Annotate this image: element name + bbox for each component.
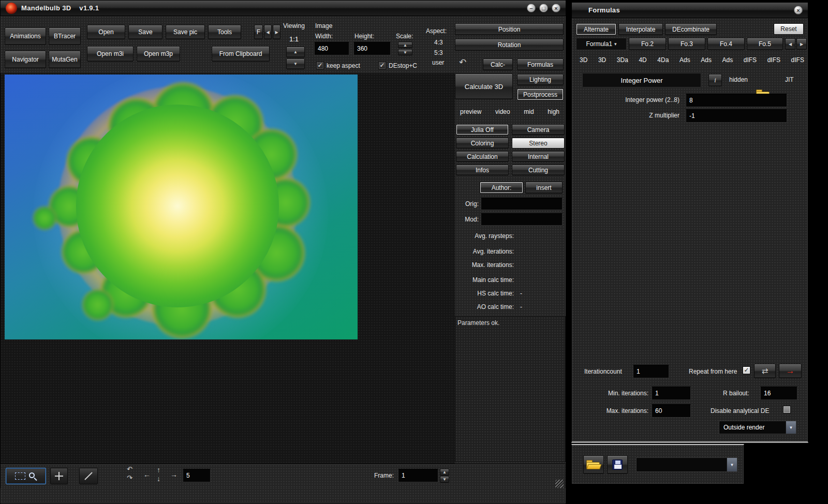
aspect-option-53[interactable]: 5:3: [434, 49, 443, 56]
load-preset-button[interactable]: [583, 455, 604, 474]
preset-dropdown[interactable]: ▼: [636, 457, 737, 472]
apply-button[interactable]: →: [779, 364, 802, 378]
r-bailout-input[interactable]: [760, 387, 797, 400]
type-tab[interactable]: 3Da: [616, 55, 629, 65]
panel-next-button[interactable]: ▶: [273, 25, 280, 39]
line-tool-button[interactable]: [79, 468, 98, 484]
rotate-ccw-icon[interactable]: ↶: [127, 465, 132, 473]
from-clipboard-button[interactable]: From Clipboard: [212, 46, 270, 62]
open-button[interactable]: Open: [87, 25, 125, 39]
type-tab[interactable]: dIFS: [743, 55, 757, 65]
destop-checkbox[interactable]: ✓: [378, 62, 386, 69]
repeat-checkbox[interactable]: ✓: [743, 366, 750, 374]
reset-button[interactable]: Reset: [774, 23, 804, 35]
slot-prev-button[interactable]: ◀: [785, 38, 795, 50]
frame-up-button[interactable]: ▲: [440, 469, 449, 476]
close-button[interactable]: ×: [552, 4, 560, 12]
panel-prev-button[interactable]: ◀: [264, 25, 272, 39]
tools-button[interactable]: Tools: [208, 25, 241, 39]
pan-right-icon[interactable]: →: [170, 470, 178, 479]
insert-button[interactable]: insert: [525, 182, 563, 194]
calculate-3d-button[interactable]: Calculate 3D: [455, 73, 513, 99]
open-m3p-button[interactable]: Open m3p: [137, 46, 180, 62]
height-input[interactable]: [353, 42, 391, 55]
calc-button[interactable]: Calc-: [483, 58, 513, 70]
lighting-button[interactable]: Lighting: [517, 74, 564, 85]
undo-icon[interactable]: ↶: [459, 57, 466, 68]
frame-input[interactable]: [398, 469, 438, 482]
animations-button[interactable]: Animations: [5, 27, 46, 45]
formulas-button[interactable]: Formulas: [517, 58, 564, 70]
type-tab[interactable]: 3D: [598, 55, 607, 65]
max-iterations-input[interactable]: [652, 404, 691, 418]
open-m3i-button[interactable]: Open m3i: [87, 46, 134, 62]
tab-camera[interactable]: Camera: [512, 124, 565, 135]
viewing-zoom-up-button[interactable]: ▲: [286, 47, 305, 57]
panel-cycle-button[interactable]: F: [254, 25, 263, 39]
disable-de-checkbox[interactable]: [783, 406, 791, 413]
info-button[interactable]: i: [708, 74, 722, 86]
resize-grip[interactable]: [555, 480, 564, 488]
type-tab[interactable]: 4D: [638, 55, 647, 65]
position-button[interactable]: Position: [455, 23, 564, 35]
swap-formula-button[interactable]: ⇄: [754, 364, 776, 378]
pan-left-icon[interactable]: ←: [143, 470, 151, 479]
formulas-titlebar[interactable]: Formulas ×: [572, 3, 808, 18]
width-input[interactable]: [314, 42, 349, 55]
type-tab[interactable]: dIFS: [767, 55, 781, 65]
selection-zoom-tool-button[interactable]: [6, 468, 46, 484]
mod-input[interactable]: [481, 213, 563, 226]
tab-stereo[interactable]: Stereo: [512, 138, 565, 149]
mutagen-button[interactable]: MutaGen: [49, 51, 81, 68]
aspect-option-43[interactable]: 4:3: [434, 39, 443, 46]
navigator-button[interactable]: Navigator: [5, 51, 46, 68]
tab-alternate[interactable]: Alternate: [576, 23, 616, 35]
maximize-button[interactable]: □: [539, 4, 548, 12]
aspect-option-user[interactable]: user: [432, 59, 444, 66]
step-input[interactable]: [183, 469, 211, 482]
rotation-button[interactable]: Rotation: [455, 39, 564, 51]
tab-coloring[interactable]: Coloring: [456, 138, 509, 149]
quality-preview[interactable]: preview: [460, 108, 481, 115]
tab-cutting[interactable]: Cutting: [512, 165, 565, 175]
render-preview[interactable]: [5, 75, 358, 339]
save-preset-button[interactable]: [607, 455, 628, 474]
tab-decombinate[interactable]: DEcombinate: [665, 23, 717, 35]
type-tab[interactable]: Ads: [721, 55, 733, 65]
save-button[interactable]: Save: [128, 25, 162, 39]
param-input-z-multiplier[interactable]: [686, 109, 787, 123]
minimize-button[interactable]: –: [527, 4, 536, 12]
move-tool-button[interactable]: [50, 468, 68, 484]
outside-render-dropdown[interactable]: Outside render ▼: [719, 421, 796, 434]
quality-high[interactable]: high: [548, 108, 559, 115]
type-tab[interactable]: dIFS: [791, 55, 805, 65]
tab-fo2[interactable]: Fo.2: [629, 38, 666, 50]
btracer-button[interactable]: BTracer: [49, 27, 81, 45]
author-button[interactable]: Author:: [480, 182, 523, 194]
quality-video[interactable]: video: [495, 108, 510, 115]
slot-next-button[interactable]: ▶: [796, 38, 807, 50]
pan-down-icon[interactable]: ↓: [157, 475, 160, 483]
tab-formula1[interactable]: Formula1 ▾: [576, 38, 627, 50]
save-pic-button[interactable]: Save pic: [166, 25, 205, 39]
keep-aspect-checkbox[interactable]: ✓: [316, 62, 324, 69]
main-titlebar[interactable]: Mandelbulb 3D v1.9.1 – □ ×: [1, 1, 566, 16]
type-tab[interactable]: 4Da: [657, 55, 669, 65]
tab-fo5[interactable]: Fo.5: [747, 38, 783, 50]
tab-fo3[interactable]: Fo.3: [668, 38, 705, 50]
rotate-cw-icon[interactable]: ↷: [127, 474, 132, 482]
scale-up-button[interactable]: ▲: [398, 42, 412, 48]
tab-infos[interactable]: Infos: [456, 165, 509, 175]
viewing-zoom-down-button[interactable]: ▼: [286, 58, 305, 69]
tab-fo4[interactable]: Fo.4: [707, 38, 745, 50]
tab-interpolate[interactable]: Interpolate: [618, 23, 663, 35]
param-input-integer-power[interactable]: [686, 94, 787, 107]
type-tab[interactable]: Ads: [679, 55, 691, 65]
postprocess-button[interactable]: Postprocess: [517, 88, 564, 100]
pan-up-icon[interactable]: ↑: [157, 466, 160, 474]
frame-down-button[interactable]: ▼: [440, 476, 449, 483]
formula-name[interactable]: Integer Power: [582, 73, 701, 87]
tab-julia[interactable]: Julia Off: [456, 124, 509, 135]
formulas-close-button[interactable]: ×: [794, 6, 803, 14]
scale-down-button[interactable]: ▼: [398, 49, 412, 55]
